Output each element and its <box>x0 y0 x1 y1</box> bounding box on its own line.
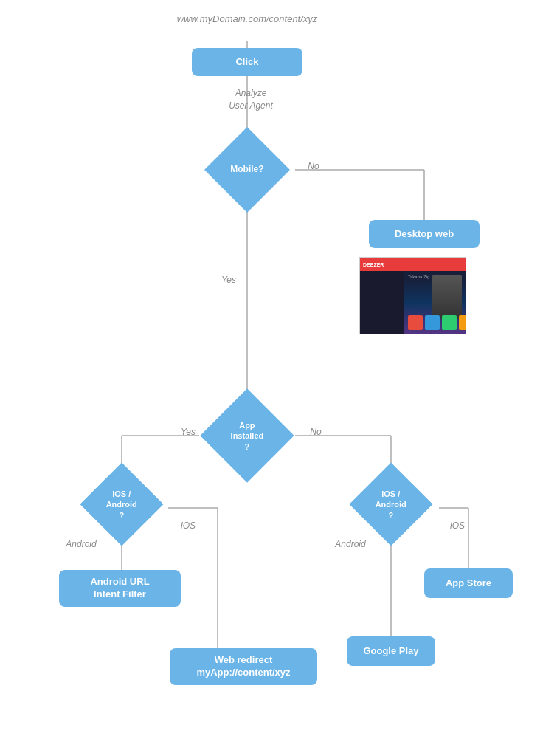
android-right-label: Android <box>328 539 373 549</box>
ios-android-left-diamond[interactable]: IOS / Android ? <box>80 462 163 546</box>
android-url-node[interactable]: Android URL Intent Filter <box>59 570 181 607</box>
desktop-screenshot: DEEZER Takana Zig... <box>359 257 466 334</box>
click-node[interactable]: Click <box>192 48 302 76</box>
mobile-diamond-container: Mobile? <box>199 145 295 194</box>
ios-right-label: iOS <box>443 520 472 531</box>
web-redirect-node[interactable]: Web redirect myApp://content/xyz <box>170 648 317 685</box>
analyze-label: Analyze User Agent <box>214 87 288 112</box>
flowchart: www.myDomain.com/content/xyz Click Analy… <box>0 0 557 756</box>
app-store-node[interactable]: App Store <box>424 568 513 598</box>
yes-mobile-label: Yes <box>214 275 243 285</box>
url-text: www.myDomain.com/content/xyz <box>133 13 361 24</box>
ios-android-right-container: IOS / Android ? <box>343 475 439 533</box>
google-play-node[interactable]: Google Play <box>347 636 435 666</box>
ios-android-left-container: IOS / Android ? <box>74 475 170 533</box>
ios-left-label: iOS <box>173 520 203 531</box>
desktop-web-node[interactable]: Desktop web <box>369 220 480 248</box>
app-installed-diamond[interactable]: App Installed ? <box>200 388 294 482</box>
mobile-diamond[interactable]: Mobile? <box>204 127 290 213</box>
ios-android-right-diamond[interactable]: IOS / Android ? <box>349 462 432 546</box>
app-installed-diamond-container: App Installed ? <box>199 403 295 468</box>
yes-installed-label: Yes <box>173 427 203 437</box>
no-installed-label: No <box>301 427 331 437</box>
connector-lines <box>0 0 557 756</box>
android-left-label: Android <box>59 539 103 549</box>
no-mobile-label: No <box>299 161 328 171</box>
